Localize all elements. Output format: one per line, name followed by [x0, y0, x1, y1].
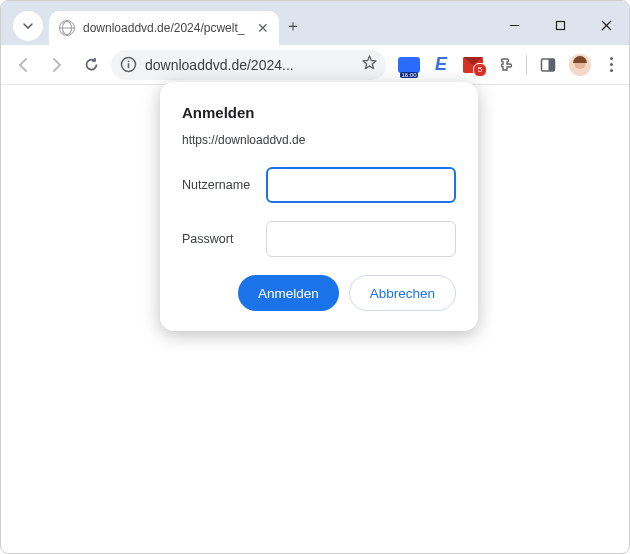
close-window-button[interactable] — [583, 5, 629, 45]
dialog-actions: Anmelden Abbrechen — [182, 275, 456, 311]
back-button[interactable] — [9, 51, 37, 79]
titlebar: downloaddvd.de/2024/pcwelt_ ✕ ＋ — [1, 1, 629, 45]
site-info-icon[interactable] — [119, 56, 137, 74]
browser-tab[interactable]: downloaddvd.de/2024/pcwelt_ ✕ — [49, 11, 279, 45]
extension-clock-icon[interactable] — [398, 55, 420, 75]
password-label: Passwort — [182, 232, 266, 246]
maximize-button[interactable] — [537, 5, 583, 45]
extension-icons: E — [398, 54, 621, 76]
username-row: Nutzername — [182, 167, 456, 203]
reload-button[interactable] — [77, 51, 105, 79]
dialog-site: https://downloaddvd.de — [182, 133, 456, 147]
svg-rect-8 — [549, 59, 555, 71]
extension-mail-icon[interactable] — [462, 55, 484, 75]
password-input[interactable] — [266, 221, 456, 257]
dialog-title: Anmelden — [182, 104, 456, 121]
bookmark-star-icon[interactable] — [361, 54, 378, 75]
forward-button[interactable] — [43, 51, 71, 79]
side-panel-icon[interactable] — [537, 55, 559, 75]
globe-icon — [59, 20, 75, 36]
username-input[interactable] — [266, 167, 456, 203]
username-label: Nutzername — [182, 178, 266, 192]
address-bar[interactable]: downloaddvd.de/2024... — [111, 50, 386, 80]
tab-title: downloaddvd.de/2024/pcwelt_ — [83, 21, 249, 35]
tab-strip: downloaddvd.de/2024/pcwelt_ ✕ ＋ — [1, 11, 307, 45]
submit-button[interactable]: Anmelden — [238, 275, 339, 311]
svg-rect-1 — [556, 21, 564, 29]
auth-dialog: Anmelden https://downloaddvd.de Nutzerna… — [160, 82, 478, 331]
tab-search-button[interactable] — [13, 11, 43, 41]
url-text: downloaddvd.de/2024... — [145, 57, 353, 73]
password-row: Passwort — [182, 221, 456, 257]
toolbar: downloaddvd.de/2024... E — [1, 45, 629, 85]
profile-avatar[interactable] — [569, 54, 591, 76]
close-tab-icon[interactable]: ✕ — [257, 20, 269, 36]
toolbar-divider — [526, 55, 527, 75]
svg-point-5 — [127, 60, 129, 62]
chrome-menu-icon[interactable] — [601, 57, 621, 72]
page-viewport: Anmelden https://downloaddvd.de Nutzerna… — [2, 85, 628, 552]
svg-rect-6 — [127, 63, 129, 68]
minimize-button[interactable] — [491, 5, 537, 45]
cancel-button[interactable]: Abbrechen — [349, 275, 456, 311]
extension-wing-icon[interactable]: E — [430, 55, 452, 75]
extensions-menu-icon[interactable] — [494, 55, 516, 75]
window-controls — [491, 5, 629, 45]
new-tab-button[interactable]: ＋ — [279, 12, 307, 40]
